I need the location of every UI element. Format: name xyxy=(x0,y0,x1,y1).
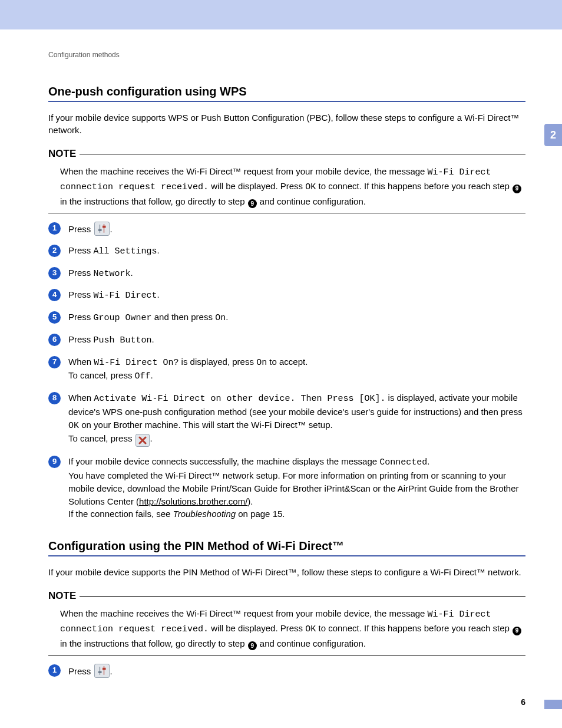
heading-rule xyxy=(48,101,525,102)
step-number: 5 xyxy=(48,311,61,324)
chapter-tab: 2 xyxy=(544,124,562,146)
step-number: 7 xyxy=(48,356,61,368)
note-label: NOTE xyxy=(48,148,76,160)
page-body: 2 Configuration methods One-push configu… xyxy=(0,29,562,728)
note-block: NOTE When the machine receives the Wi-Fi… xyxy=(48,148,525,213)
note-label: NOTE xyxy=(48,590,76,602)
settings-icon xyxy=(94,222,110,236)
page-corner-mark xyxy=(544,700,562,709)
step-item: 8 When Activate Wi-Fi Direct on other de… xyxy=(48,391,525,447)
step-item: 5 Press Group Owner and then press On. xyxy=(48,311,525,325)
step-item: 2 Press All Settings. xyxy=(48,244,525,258)
step-ref-icon: 9 xyxy=(513,185,521,193)
note-body: When the machine receives the Wi-Fi Dire… xyxy=(48,164,525,208)
step-ref-icon: 9 xyxy=(513,627,521,635)
step-item: 6 Press Push Button. xyxy=(48,333,525,347)
step-item: 1 Press . xyxy=(48,664,525,678)
intro-text: If your mobile device supports the PIN M… xyxy=(48,566,525,578)
section-heading: One-push configuration using WPS xyxy=(48,85,525,98)
step-number: 1 xyxy=(48,222,61,235)
step-item: 4 Press Wi-Fi Direct. xyxy=(48,288,525,302)
top-bar xyxy=(0,0,562,29)
section-heading: Configuration using the PIN Method of Wi… xyxy=(48,539,525,553)
step-number: 9 xyxy=(48,456,61,468)
step-item: 7 When Wi-Fi Direct On? is displayed, pr… xyxy=(48,355,525,384)
running-head: Configuration methods xyxy=(48,51,525,59)
steps-list: 1 Press . xyxy=(48,664,525,678)
step-number: 1 xyxy=(48,664,61,677)
step-number: 2 xyxy=(48,245,61,257)
step-item: 1 Press . xyxy=(48,222,525,236)
step-item: 3 Press Network. xyxy=(48,266,525,281)
intro-text: If your mobile device supports WPS or Pu… xyxy=(48,111,525,136)
cancel-icon xyxy=(135,434,150,447)
solutions-link[interactable]: http://solutions.brother.com/ xyxy=(139,496,247,506)
note-rule xyxy=(80,154,525,154)
step-number: 4 xyxy=(48,289,61,301)
step-number: 8 xyxy=(48,392,61,404)
note-block: NOTE When the machine receives the Wi-Fi… xyxy=(48,590,525,655)
step-number: 3 xyxy=(48,267,61,279)
steps-list: 1 Press . 2 Press All Settings. 3 Press … xyxy=(48,222,525,521)
note-rule xyxy=(80,596,525,597)
note-body: When the machine receives the Wi-Fi Dire… xyxy=(48,607,525,650)
heading-rule xyxy=(48,555,525,556)
step-ref-icon: 9 xyxy=(248,199,257,208)
step-ref-icon: 9 xyxy=(248,641,257,650)
step-item: 9 If your mobile device connects success… xyxy=(48,455,525,521)
note-end-rule xyxy=(48,655,525,655)
settings-icon xyxy=(94,664,110,678)
page-number: 6 xyxy=(521,697,525,707)
note-end-rule xyxy=(48,213,525,213)
step-number: 6 xyxy=(48,334,61,346)
